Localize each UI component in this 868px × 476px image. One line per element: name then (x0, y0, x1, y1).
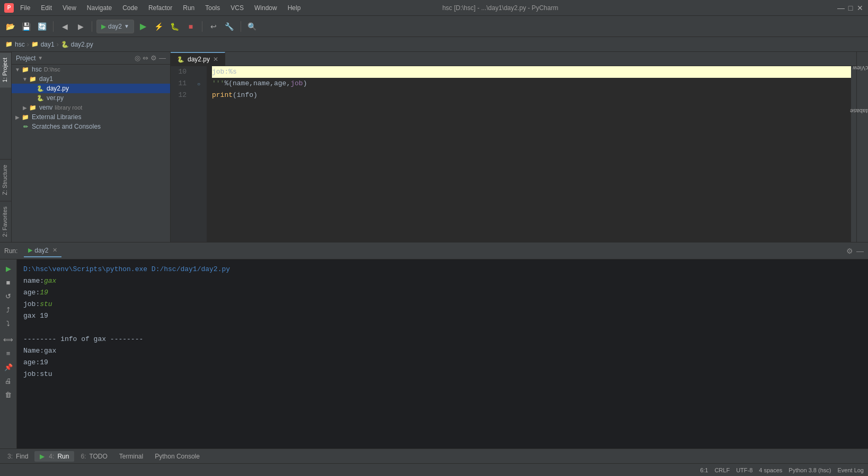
bottom-tab-python-console[interactable]: Python Console (149, 451, 205, 462)
search-everywhere-button[interactable]: 🔍 (245, 20, 259, 33)
run-job-label: job: (23, 300, 40, 308)
bottom-tab-run[interactable]: ▶ 4: Run (34, 451, 74, 462)
python-console-tab-label: Python Console (155, 453, 200, 460)
run-output-line-gax: gax 19 (23, 310, 862, 322)
breadcrumb-day2py[interactable]: day2.py (71, 41, 93, 48)
menu-window[interactable]: Window (252, 3, 279, 13)
breadcrumb-day1[interactable]: day1 (41, 41, 55, 48)
folder-icon-day1: 📁 (29, 75, 37, 83)
bottom-tab-find[interactable]: 3: Find (2, 451, 33, 462)
menu-navigate[interactable]: Navigate (85, 3, 114, 13)
tree-item-verpy[interactable]: 🐍 ver.py (12, 93, 170, 103)
run-gax19: gax 19 (23, 312, 48, 320)
menu-bar: File Edit View Navigate Code Refactor Ru… (18, 3, 303, 13)
breadcrumb-hsc[interactable]: hsc (15, 41, 25, 48)
run-output-separator: -------- info of gax -------- (23, 334, 862, 345)
py-file-icon-day2: 🐍 (36, 85, 45, 92)
run-settings-icon[interactable]: ⚙ (846, 247, 853, 255)
tools-button[interactable]: 🔧 (223, 20, 236, 33)
run-trash-button[interactable]: 🗑 (3, 389, 14, 400)
open-button[interactable]: 📂 (3, 20, 17, 33)
run-scroll-down[interactable]: ⤵ (3, 318, 14, 329)
favorites-side-tab[interactable]: 2: Favorites (0, 201, 11, 242)
menu-help[interactable]: Help (286, 3, 303, 13)
settings-icon[interactable]: ⚙ (150, 54, 157, 62)
menu-edit[interactable]: Edit (39, 3, 54, 13)
run-button[interactable]: ▶ (136, 20, 150, 33)
tree-item-scratches[interactable]: ✏ Scratches and Consoles (12, 122, 170, 131)
status-python-version[interactable]: Python 3.8 (hsc) (789, 467, 831, 473)
tree-item-day1[interactable]: ▼ 📁 day1 (12, 74, 170, 84)
menu-refactor[interactable]: Refactor (146, 3, 174, 13)
back-button[interactable]: ◀ (58, 20, 72, 33)
status-encoding[interactable]: UTF-8 (736, 467, 752, 473)
close-button[interactable]: ✕ (856, 4, 864, 12)
bottom-nav: 3: Find ▶ 4: Run 6: TODO Terminal Python… (0, 448, 868, 463)
status-indent[interactable]: 4 spaces (759, 467, 782, 473)
run-tab-close[interactable]: ✕ (52, 247, 57, 254)
find-tab-num: 3: (7, 453, 13, 460)
stop-button[interactable]: ■ (184, 20, 198, 33)
menu-file[interactable]: File (18, 3, 32, 13)
tree-item-hsc[interactable]: ▼ 📁 hsc D:\hsc (12, 65, 170, 74)
scview-tab[interactable]: ScView (847, 61, 868, 73)
code-line-10: job:%s (212, 66, 851, 78)
status-cursor-pos[interactable]: 6:1 (700, 467, 708, 473)
run-age2: age:19 (23, 358, 48, 366)
forward-button[interactable]: ▶ (74, 20, 87, 33)
run-tab-day2[interactable]: ▶ day2 ✕ (24, 245, 61, 257)
editor-scrollbar[interactable] (851, 66, 856, 242)
run-label: Run: (4, 247, 17, 255)
status-bar: 6:1 CRLF UTF-8 4 spaces Python 3.8 (hsc)… (0, 463, 868, 476)
editor-tab-close[interactable]: ✕ (213, 56, 218, 63)
editor-tab-day2py[interactable]: 🐍 day2.py ✕ (171, 52, 225, 66)
panel-close-icon[interactable]: — (159, 54, 166, 62)
run-wrap-button[interactable]: ⟺ (3, 334, 14, 345)
run-rerun-button[interactable]: ↺ (3, 290, 14, 302)
menu-run[interactable]: Run (181, 3, 197, 13)
run-stop-button[interactable]: ■ (3, 276, 14, 288)
run-config-selector[interactable]: ▶ day2 ▼ (96, 20, 134, 33)
code-editor[interactable]: job:%s '''%(name,name,age,job) print(inf… (207, 66, 851, 242)
fold-marker[interactable]: ○ (197, 81, 200, 87)
tree-item-external-libs[interactable]: ▶ 📁 External Libraries (12, 112, 170, 122)
run-tab-icons: ⚙ — (846, 247, 864, 255)
run-tab-num: ▶ (40, 453, 45, 460)
run-minimize-icon[interactable]: — (856, 247, 864, 255)
run-pin-button[interactable]: 📌 (3, 361, 14, 373)
vcs-button[interactable]: ↩ (207, 20, 220, 33)
run-play-button[interactable]: ▶ (3, 263, 14, 274)
run-cmd-text: D:\hsc\venv\Scripts\python.exe D:/hsc/da… (23, 265, 230, 273)
gutter-10 (197, 66, 207, 78)
status-event-log[interactable]: Event Log (837, 467, 864, 473)
sync-button[interactable]: 🔄 (35, 20, 49, 33)
project-panel-title: Project (16, 55, 36, 62)
run-tab-label: day2 (34, 247, 48, 254)
tree-item-venv[interactable]: ▶ 📁 venv library root (12, 103, 170, 112)
minimize-button[interactable]: — (837, 4, 845, 12)
run-print-button[interactable]: 🖨 (3, 375, 14, 387)
save-button[interactable]: 💾 (19, 20, 33, 33)
menu-tools[interactable]: Tools (203, 3, 222, 13)
maximize-button[interactable]: □ (847, 4, 854, 12)
bottom-tab-todo[interactable]: 6: TODO (75, 451, 112, 462)
status-line-ending[interactable]: CRLF (714, 467, 730, 473)
run-separator-text: -------- info of gax -------- (23, 335, 143, 343)
run-scroll-up[interactable]: ⤴ (3, 304, 14, 316)
editor-tab-icon: 🐍 (177, 56, 184, 63)
menu-vcs[interactable]: VCS (228, 3, 246, 13)
database-tab[interactable]: Database (845, 105, 868, 116)
structure-side-tab[interactable]: Z: Structure (0, 159, 11, 200)
coverage-button[interactable]: ⚡ (152, 20, 166, 33)
debug-button[interactable]: 🐛 (168, 20, 182, 33)
project-side-tab[interactable]: 1: Project (0, 52, 11, 87)
find-tab-label: Find (16, 453, 28, 460)
bottom-tab-terminal[interactable]: Terminal (114, 451, 148, 462)
tree-item-day2py[interactable]: 🐍 day2.py (12, 84, 170, 93)
menu-view[interactable]: View (60, 3, 78, 13)
menu-code[interactable]: Code (120, 3, 140, 13)
locate-icon[interactable]: ◎ (135, 54, 140, 62)
collapse-icon[interactable]: ⇔ (143, 54, 148, 62)
run-tab-number: 4: (49, 453, 54, 460)
run-tree-button[interactable]: ≡ (3, 347, 14, 359)
